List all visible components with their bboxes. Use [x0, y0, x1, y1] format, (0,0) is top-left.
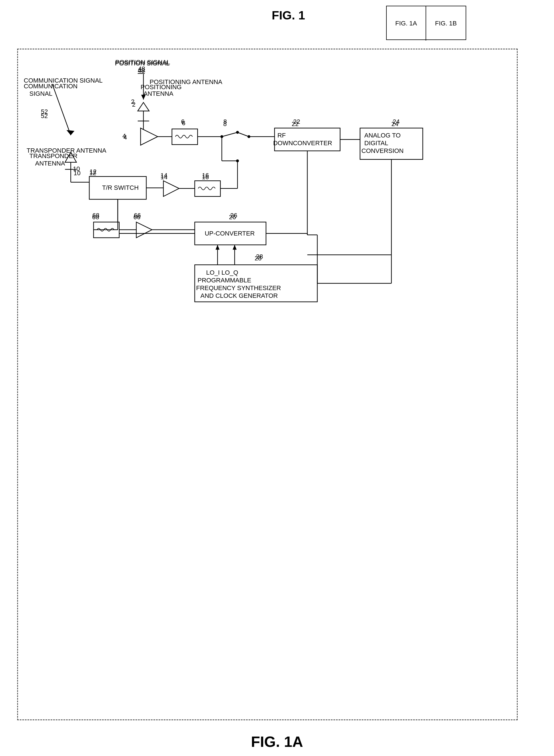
svg-text:PROGRAMMABLE: PROGRAMMABLE [198, 277, 251, 284]
label-68: 68 [92, 212, 99, 219]
svg-text:FREQUENCY SYNTHESIZER: FREQUENCY SYNTHESIZER [196, 285, 281, 292]
svg-marker-1 [66, 130, 74, 135]
svg-rect-86 [94, 222, 119, 238]
label-26: 26 [230, 212, 237, 219]
fig1a-ref: FIG. 1A [387, 6, 426, 41]
transponder-antenna-label: TRANSPONDER ANTENNA [26, 147, 106, 155]
svg-rect-64 [195, 222, 266, 245]
svg-rect-57 [195, 181, 221, 196]
label-66: 66 [134, 212, 141, 219]
svg-text:UP-CONVERTER: UP-CONVERTER [205, 230, 255, 237]
svg-marker-8 [141, 94, 146, 100]
svg-text:CONVERSION: CONVERSION [362, 147, 403, 154]
svg-rect-50 [89, 177, 146, 199]
svg-point-27 [247, 135, 250, 138]
svg-text:SIGNAL: SIGNAL [30, 90, 52, 97]
label-22: 22 [293, 118, 300, 125]
svg-text:AND CLOCK GENERATOR: AND CLOCK GENERATOR [201, 292, 278, 299]
svg-text:DIGITAL: DIGITAL [365, 139, 388, 147]
svg-rect-71 [195, 265, 318, 302]
fig1b-ref: FIG. 1B [426, 6, 465, 41]
svg-point-23 [221, 135, 223, 138]
label-12: 12 [90, 168, 96, 176]
svg-rect-33 [275, 128, 340, 151]
svg-line-0 [52, 84, 71, 135]
fig-reference-box: FIG. 1A FIG. 1B [386, 6, 466, 40]
svg-text:ANTENNA: ANTENNA [143, 90, 173, 97]
label-14: 14 [160, 172, 167, 179]
svg-point-30 [236, 160, 239, 162]
svg-text:ANALOG TO: ANALOG TO [365, 132, 401, 139]
label-28: 28 [256, 253, 263, 260]
position-signal-num: 48 [138, 65, 145, 73]
label-52: 52 [41, 108, 48, 116]
label-4: 4 [122, 132, 126, 140]
svg-marker-79 [232, 245, 236, 250]
svg-rect-20 [172, 129, 198, 145]
svg-rect-38 [360, 128, 423, 160]
svg-text:T/R SWITCH: T/R SWITCH [102, 184, 139, 191]
svg-text:LO_I  LO_Q: LO_I LO_Q [206, 269, 238, 276]
positioning-antenna-label: POSITIONING ANTENNA [150, 78, 222, 86]
label-10: 10 [73, 165, 80, 173]
label-2: 2 [131, 98, 134, 106]
svg-marker-88 [136, 222, 152, 238]
svg-marker-77 [216, 245, 220, 250]
svg-line-26 [237, 132, 249, 137]
svg-marker-12 [138, 102, 149, 111]
label-16: 16 [202, 172, 209, 179]
label-8: 8 [223, 118, 227, 125]
svg-marker-17 [141, 128, 158, 145]
label-6: 6 [181, 118, 184, 125]
fig1a-label: FIG. 1A [251, 733, 303, 750]
svg-line-25 [222, 132, 238, 137]
fig1-title: FIG. 1 [272, 9, 305, 22]
svg-text:RF: RF [277, 132, 286, 139]
svg-text:ANTENNA: ANTENNA [35, 160, 65, 167]
svg-marker-54 [163, 181, 179, 196]
label-24: 24 [393, 118, 399, 125]
svg-point-24 [236, 131, 239, 134]
diagram-area: COMMUNICATION SIGNAL 52 POSITION SIGNAL … [17, 49, 518, 720]
communication-signal-label: COMMUNICATION SIGNAL [24, 77, 103, 85]
svg-text:DOWNCONVERTER: DOWNCONVERTER [273, 139, 332, 147]
